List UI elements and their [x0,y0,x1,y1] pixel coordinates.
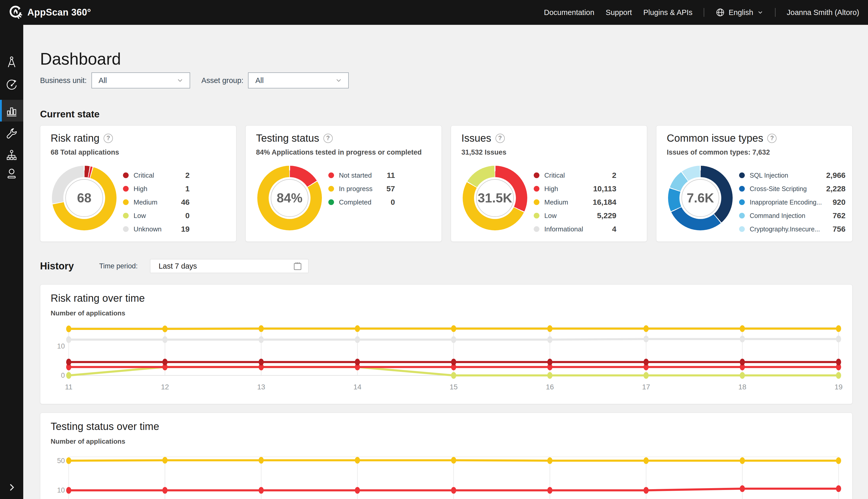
appscan-dashboard: AppScan 360° Documentation Support Plugi… [0,0,868,499]
legend-row: Informational4 [534,222,616,236]
legend-value: 11 [387,171,395,180]
legend-value: 756 [833,225,845,233]
donut-legend: Not started11In progress57Completed0 [328,169,395,209]
legend-value: 2 [185,171,190,180]
legend-dot-icon [739,186,745,192]
language-value: English [729,8,753,17]
calendar-icon[interactable] [292,260,303,271]
legend-label: Medium [544,198,589,206]
donut-center-value: 68 [77,191,91,206]
legend-dot-icon [739,213,745,218]
nav-separator [775,8,776,17]
legend-label: High [544,185,590,193]
legend-label: Critical [134,171,181,180]
legend-label: Not started [339,171,383,180]
legend-dot-icon [534,186,539,192]
sidebar-item-dashboard[interactable] [0,100,23,122]
legend-label: Low [544,212,593,220]
svg-text:14: 14 [353,383,361,391]
product-name: AppScan 360° [27,7,91,18]
sidebar-expand-button[interactable] [0,478,23,496]
donut-legend: SQL Injection2,966Cross-Site Scripting2,… [739,169,845,236]
legend-label: Completed [339,198,387,206]
legend-dot-icon [328,199,334,205]
testing-status-donut-chart: 84% [257,166,322,230]
product-logo[interactable]: AppScan 360° [9,6,91,19]
card-subtitle: 84% Applications tested in progress or c… [256,148,422,156]
time-period-label: Time period: [99,262,138,270]
nav-support[interactable]: Support [606,8,632,17]
gauge-scan-icon [5,78,18,92]
time-period-input[interactable]: Last 7 days [150,259,309,273]
svg-text:12: 12 [161,383,169,391]
help-icon[interactable] [104,134,113,143]
legend-value: 16,184 [593,198,616,207]
legend-row: Medium46 [123,195,190,209]
legend-value: 762 [833,211,845,220]
asset-group-dropdown[interactable]: All [248,72,349,88]
legend-value: 4 [612,225,616,233]
legend-value: 2,966 [826,171,845,180]
card-title: Testing status [256,132,319,144]
legend-row: Critical2 [123,169,190,182]
nav-documentation[interactable]: Documentation [544,8,594,17]
common-issue-types-donut-chart: 7.6K [668,166,733,230]
issues-card: Issues 31,532 Issues 31.5K Critical2High… [451,125,647,242]
legend-row: High10,113 [534,182,616,195]
legend-row: Inappropriate Encoding...920 [739,195,845,209]
issues-donut-chart: 31.5K [463,166,527,230]
business-unit-dropdown[interactable]: All [91,72,190,88]
legend-value: 57 [387,184,395,193]
donut-center-value: 31.5K [478,191,512,206]
legend-value: 10,113 [593,184,616,193]
top-navigation: Documentation Support Plugins & APIs Eng… [544,8,859,17]
risk-rating-line-chart: 100111213141516171819 [40,285,853,404]
user-icon [5,167,18,180]
user-menu[interactable]: Joanna Smith (Altoro) [787,8,859,17]
svg-text:18: 18 [738,383,746,391]
nav-separator [704,8,704,17]
risk-rating-over-time-panel: Risk rating over time Number of applicat… [40,284,853,404]
svg-text:11: 11 [65,383,72,391]
legend-row: Critical2 [534,169,616,182]
page-title: Dashboard [40,49,121,69]
help-icon[interactable] [767,134,777,143]
main-content: Dashboard Business unit: All Asset group… [23,25,868,499]
nav-plugins-apis[interactable]: Plugins & APIs [643,8,692,17]
legend-row: SQL Injection2,966 [739,169,845,182]
current-state-heading: Current state [40,109,99,120]
filters-row: Business unit: All Asset group: All [40,72,349,88]
sidebar-item-tools[interactable] [0,123,23,144]
legend-value: 2,228 [826,184,845,193]
history-controls: History Time period: Last 7 days [40,259,309,273]
legend-label: Informational [544,225,608,233]
legend-dot-icon [123,186,129,192]
card-title: Risk rating [51,132,99,144]
asset-group-label: Asset group: [201,76,243,85]
legend-value: 2 [612,171,616,180]
risk-rating-donut-chart: 68 [52,166,116,230]
help-icon[interactable] [324,134,333,143]
language-selector[interactable]: English [716,8,763,17]
card-title: Issues [461,132,491,144]
current-state-cards: Risk rating 68 Total applications 68 Cri… [40,125,853,242]
legend-dot-icon [739,199,745,205]
drafting-compass-icon [5,56,18,69]
legend-value: 46 [181,198,190,207]
left-sidebar [0,25,23,499]
legend-value: 1 [185,184,190,193]
svg-text:17: 17 [642,383,650,391]
help-icon[interactable] [495,134,505,143]
legend-value: 0 [391,198,395,207]
sidebar-item-users[interactable] [0,163,23,184]
legend-row: Unknown19 [123,222,190,236]
legend-row: Command Injection762 [739,209,845,222]
time-period-value: Last 7 days [159,262,197,270]
business-unit-label: Business unit: [40,76,87,85]
legend-dot-icon [739,172,745,178]
common-issue-types-card: Common issue types Issues of common type… [656,125,853,242]
wrench-icon [5,127,18,140]
sidebar-item-applications[interactable] [0,51,23,73]
sidebar-item-scans[interactable] [0,74,23,96]
legend-label: Medium [134,198,177,206]
